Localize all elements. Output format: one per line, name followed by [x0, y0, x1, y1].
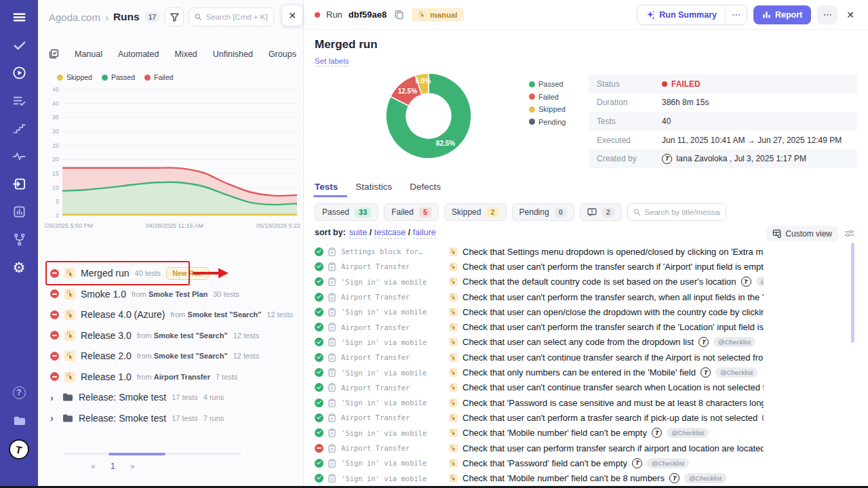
- info-value: 386h 8m 15s: [662, 98, 709, 107]
- test-result-row[interactable]: Airport TransferCheck that user can't pe…: [315, 319, 764, 334]
- test-search-input[interactable]: [644, 208, 720, 216]
- more-actions-button[interactable]: ⋯: [817, 5, 837, 24]
- test-result-row[interactable]: Settings block for…Check that Settings m…: [315, 244, 764, 259]
- donut-legend-item: Skipped: [529, 105, 566, 113]
- test-result-row[interactable]: 'Sign in' via mobileCheck that the defau…: [315, 274, 764, 289]
- manual-icon: [449, 444, 458, 453]
- test-result-row[interactable]: 'Sign in' via mobileCheck that user can …: [315, 335, 764, 350]
- test-result-row[interactable]: 'Sign in' via mobileCheck that 'Mobile n…: [315, 470, 764, 485]
- copy-run-id-button[interactable]: [393, 8, 406, 21]
- run-list-item[interactable]: Release 2.0from Smoke test "Search"12 te…: [50, 346, 298, 367]
- legend-item: Skipped: [57, 73, 92, 81]
- tab-statistics[interactable]: Statistics: [355, 182, 392, 197]
- pagination-next[interactable]: »: [130, 462, 135, 471]
- run-list-item[interactable]: Merged run40 testsNew Run: [50, 263, 298, 284]
- test-result-row[interactable]: Airport TransferCheck that user can't pe…: [315, 410, 764, 425]
- comments-filter-chip[interactable]: 2: [580, 203, 622, 221]
- runs-tab-mixed[interactable]: Mixed: [174, 49, 197, 59]
- tests-check-icon[interactable]: [10, 36, 28, 54]
- filter-chip-skipped[interactable]: Skipped2: [444, 203, 507, 221]
- manual-icon: [449, 262, 458, 271]
- tab-defects[interactable]: Defects: [410, 182, 441, 197]
- run-list-item[interactable]: Smoke 1.0from Smoke Test Plan30 tests: [50, 284, 298, 305]
- runs-tab-unfinished[interactable]: Unfinished: [213, 49, 253, 59]
- test-result-row[interactable]: Airport TransferCheck that user can't co…: [315, 380, 764, 395]
- report-button[interactable]: Report: [753, 5, 811, 24]
- manual-icon: [64, 268, 75, 279]
- filter-chip-pending[interactable]: Pending0: [512, 203, 574, 221]
- tab-tests[interactable]: Tests: [315, 182, 338, 197]
- activity-icon[interactable]: [10, 147, 28, 165]
- sort-by-failure[interactable]: failure: [413, 228, 436, 239]
- breadcrumb-project[interactable]: Agoda.com: [49, 12, 100, 23]
- test-result-row[interactable]: Airport TransferCheck that user can perf…: [315, 441, 764, 455]
- info-value: Jun 11, 2025 10:41 AM → Jun 27, 2025 12:…: [662, 136, 842, 145]
- pagination-page-1[interactable]: 1: [111, 461, 115, 471]
- run-list-item[interactable]: Release 3.0from Smoke test "Search"12 te…: [50, 325, 298, 346]
- runs-tab-automated[interactable]: Automated: [118, 49, 159, 59]
- test-result-row[interactable]: 'Sign in' via mobileCheck that 'Password…: [315, 395, 764, 410]
- runs-tab-manual[interactable]: Manual: [75, 49, 102, 59]
- manual-tag[interactable]: manual: [412, 8, 463, 22]
- select-all-icon[interactable]: [49, 49, 59, 59]
- filter-chip-passed[interactable]: Passed33: [315, 203, 378, 221]
- run-group-item[interactable]: ›Release: Smoke test17 tests7 runs: [50, 408, 298, 429]
- set-labels-link[interactable]: Set labels: [315, 57, 349, 66]
- close-run-detail-button[interactable]: ✕: [844, 7, 857, 23]
- donut-legend-item: Passed: [529, 80, 566, 88]
- test-result-row[interactable]: Airport TransferCheck that user can't pe…: [315, 289, 764, 304]
- failed-dot-icon: [662, 81, 667, 87]
- passed-status-icon: [315, 383, 323, 392]
- filter-chip-failed[interactable]: Failed5: [384, 203, 439, 221]
- left-panel-close-button[interactable]: ✕: [282, 5, 302, 26]
- x-axis-label: 04/28/2025 11:16 AM: [146, 222, 203, 229]
- help-icon[interactable]: ?: [10, 384, 28, 401]
- test-result-row[interactable]: Airport TransferCheck that user can't co…: [315, 350, 764, 365]
- group-tests-count: 17 tests: [172, 393, 198, 401]
- run-summary-button[interactable]: Run Summary: [637, 5, 725, 24]
- run-list-item[interactable]: Release 1.0from Airport Transfer7 tests: [50, 367, 298, 388]
- vertical-scrollbar-thumb[interactable]: [851, 243, 854, 343]
- test-result-row[interactable]: 'Sign in' via mobileCheck that 'Mobile n…: [315, 426, 764, 441]
- run-group-item[interactable]: ›Release: Smoke test17 tests4 runs: [50, 387, 298, 408]
- horizontal-scrollbar-thumb[interactable]: [108, 453, 165, 455]
- pagination-prev[interactable]: «: [91, 462, 96, 471]
- chevron-right-icon[interactable]: ›: [50, 412, 57, 424]
- legend-dot: [57, 75, 63, 81]
- projects-folder-icon[interactable]: [10, 411, 28, 429]
- passed-status-icon: [315, 474, 323, 483]
- manual-cursor-glyph: [66, 331, 74, 339]
- custom-view-button[interactable]: Custom view: [766, 226, 838, 241]
- runs-search[interactable]: [189, 7, 274, 26]
- passed-status-icon: [315, 368, 323, 377]
- run-summary-label: Run Summary: [659, 10, 717, 20]
- test-search[interactable]: [627, 203, 726, 221]
- view-settings-button[interactable]: [843, 228, 856, 241]
- chevron-right-icon[interactable]: ›: [50, 392, 57, 403]
- test-result-row[interactable]: 'Sign in' via mobileCheck that only numb…: [315, 365, 764, 380]
- settings-gear-icon[interactable]: ⚙: [10, 258, 28, 276]
- runs-search-input[interactable]: [206, 13, 269, 21]
- milestones-icon[interactable]: [10, 119, 28, 137]
- runs-play-icon[interactable]: [10, 64, 28, 81]
- test-run-icon[interactable]: [10, 175, 28, 192]
- filter-button[interactable]: [165, 7, 184, 26]
- menu-icon[interactable]: [10, 8, 28, 26]
- checklists-icon[interactable]: [10, 92, 28, 109]
- test-result-row[interactable]: 'Sign in' via mobileCheck that 'Password…: [315, 455, 764, 470]
- manual-icon: [449, 338, 458, 346]
- reports-icon[interactable]: [10, 203, 28, 220]
- sort-by-suite[interactable]: suite: [349, 228, 367, 239]
- run-summary-more-button[interactable]: ⋯: [726, 5, 747, 24]
- manual-icon: [449, 413, 458, 422]
- runs-tab-groups[interactable]: Groups: [269, 49, 296, 59]
- test-result-row[interactable]: Airport TransferCheck that user can't pe…: [315, 259, 764, 274]
- user-avatar[interactable]: T: [9, 439, 29, 460]
- test-result-row[interactable]: 'Sign in' via mobileCheck that user can …: [315, 304, 764, 319]
- x-axis-label: /26/2025 5:50 PM: [45, 222, 93, 229]
- branches-icon[interactable]: [10, 230, 28, 248]
- sort-by-testcase[interactable]: testcase: [374, 228, 406, 239]
- suite-name: Airport Transfer: [341, 413, 444, 422]
- history-chart-x-labels: /26/2025 5:50 PM04/28/2025 11:16 AM05/18…: [45, 222, 300, 229]
- run-list-item[interactable]: Release 4.0 (Azure)from Smoke test "Sear…: [50, 304, 298, 325]
